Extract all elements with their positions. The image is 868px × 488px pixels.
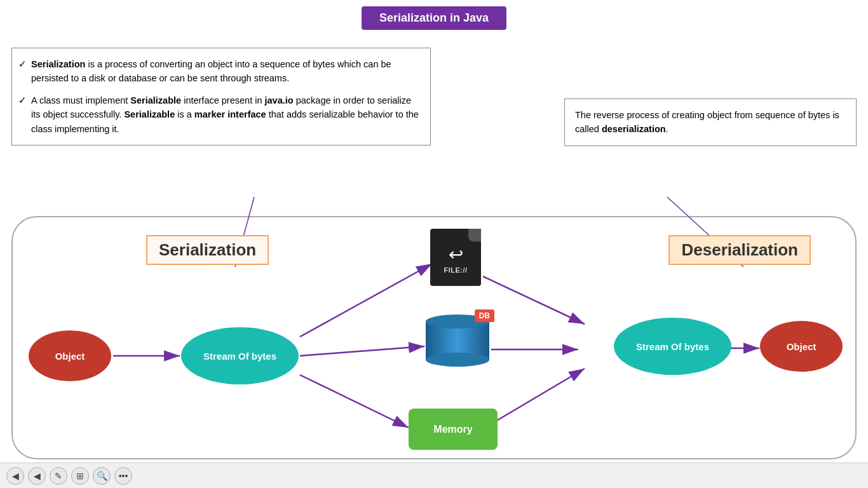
info-para1: Serialization is a process of converting… [31,59,391,83]
nav-forward-button[interactable]: ◀ [28,467,46,485]
info-box-right: The reverse process of creating object f… [564,98,857,146]
node-object-left: Object [29,330,111,381]
nav-back-button[interactable]: ◀ [6,467,24,485]
info-para2: A class must implement Serializable inte… [31,95,419,134]
db-bottom [426,353,489,367]
file-icon-node: ↩ FILE:// [428,226,484,289]
node-database: DB [426,315,489,367]
nav-edit-button[interactable]: ✎ [50,467,67,485]
checkmark-1: ✓ [18,57,27,71]
db-badge: DB [475,309,494,322]
serialization-label: Serialization [146,235,269,265]
info-box-left: ✓ Serialization is a process of converti… [11,48,431,146]
node-stream-left: Stream Of bytes [181,327,299,384]
nav-zoom-button[interactable]: 🔍 [93,467,111,485]
node-stream-right: Stream Of bytes [614,318,731,375]
file-icon: ↩ FILE:// [430,229,481,286]
db-cylinder: DB [426,315,489,367]
node-object-right: Object [760,321,843,372]
page-title: Serialization in Java [362,6,506,30]
checkmark-2: ✓ [18,93,27,107]
info-right-text: The reverse process of creating object f… [575,110,839,134]
node-memory: Memory [409,409,498,450]
nav-grid-button[interactable]: ⊞ [71,467,89,485]
file-arrow-icon: ↩ [449,244,463,265]
nav-more-button[interactable]: ••• [114,467,132,485]
deserialization-label: Deserialization [668,235,811,265]
file-label: FILE:// [444,266,467,274]
nav-bar: ◀ ◀ ✎ ⊞ 🔍 ••• [0,463,868,488]
file-corner [468,229,481,241]
